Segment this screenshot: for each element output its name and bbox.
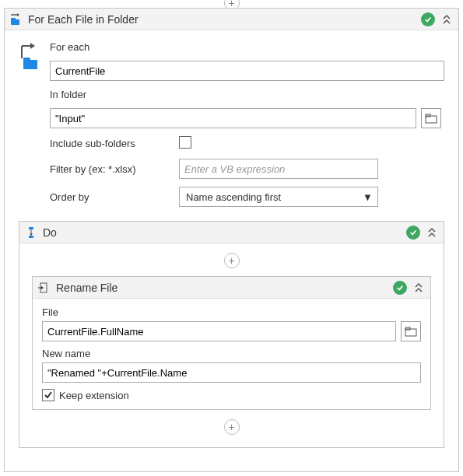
rename-file-panel: Rename File File — [32, 276, 431, 410]
rename-header[interactable]: Rename File — [33, 277, 430, 299]
new-name-label: New name — [42, 348, 421, 359]
add-activity-after[interactable]: + — [32, 419, 431, 435]
svg-rect-3 — [23, 58, 30, 61]
svg-rect-0 — [11, 19, 19, 25]
in-folder-label: In folder — [50, 89, 444, 100]
order-by-value: Name ascending first — [186, 191, 281, 203]
status-ok-icon — [406, 226, 420, 240]
chevron-down-icon: ▼ — [363, 191, 373, 203]
for-each-title: For Each File in Folder — [28, 13, 416, 26]
plus-icon: + — [224, 253, 240, 268]
browse-file-button[interactable] — [401, 321, 421, 341]
browse-folder-button[interactable] — [421, 108, 441, 128]
add-activity-before[interactable]: + — [32, 253, 431, 268]
new-name-input[interactable] — [42, 362, 421, 383]
collapse-button[interactable] — [412, 281, 426, 295]
keep-extension-label: Keep extension — [59, 390, 129, 401]
filter-by-label: Filter by (ex: *.xlsx) — [50, 163, 174, 175]
do-panel: Do + — [19, 221, 444, 448]
for-each-body: For each In folder Include sub-folders — [5, 30, 458, 462]
plus-icon: + — [224, 419, 240, 435]
order-by-select[interactable]: Name ascending first ▼ — [179, 187, 378, 207]
svg-rect-6 — [29, 227, 33, 229]
rename-file-icon — [37, 281, 51, 295]
collapse-button[interactable] — [440, 12, 454, 26]
status-ok-icon — [421, 12, 435, 26]
keep-extension-checkbox[interactable] — [42, 389, 54, 401]
svg-rect-1 — [11, 18, 16, 20]
file-label: File — [42, 306, 421, 318]
do-title: Do — [43, 226, 402, 239]
rename-title: Rename File — [56, 282, 388, 294]
include-sub-label: Include sub-folders — [50, 138, 174, 149]
for-each-label: For each — [50, 41, 444, 53]
file-input[interactable] — [42, 321, 396, 341]
for-each-input[interactable] — [50, 61, 444, 81]
iterator-icon — [19, 41, 42, 207]
sequence-icon — [24, 226, 38, 240]
for-each-file-panel: For Each File in Folder For each — [4, 8, 459, 472]
do-body: + Rename File — [19, 243, 444, 447]
include-sub-checkbox[interactable] — [179, 136, 191, 149]
for-each-header[interactable]: For Each File in Folder — [5, 9, 458, 30]
in-folder-input[interactable] — [50, 108, 416, 128]
do-header[interactable]: Do — [19, 222, 444, 243]
order-by-label: Order by — [50, 191, 174, 203]
rename-body: File New name — [33, 299, 430, 409]
svg-rect-7 — [29, 236, 33, 238]
status-ok-icon — [393, 281, 407, 295]
collapse-button[interactable] — [425, 226, 439, 240]
for-each-file-icon — [9, 12, 23, 26]
filter-by-input[interactable] — [179, 159, 378, 179]
